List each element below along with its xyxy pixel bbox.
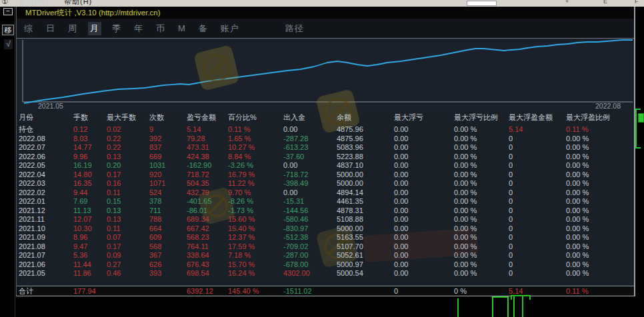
table-row-2022.02[interactable]: 2022.029.440.11524432.799.70 %0.004894.1…: [17, 188, 634, 198]
value-cell: 392: [149, 135, 187, 144]
menu-item-help[interactable]: 帮助(H): [64, 0, 92, 7]
value-cell: 16.79 %: [228, 170, 283, 180]
value-cell: 0: [509, 269, 566, 278]
left-toolbar: − 移 √: [0, 7, 15, 317]
month-cell: 合计: [17, 286, 73, 296]
value-cell: 0.22: [107, 143, 149, 153]
table-row-2022.04[interactable]: 2022.0414.800.17920718.7216.79 %-718.725…: [17, 170, 634, 180]
value-cell: 0.00 %: [566, 170, 634, 180]
tab-路径[interactable]: 路径: [283, 22, 306, 35]
value-cell: 764.11: [187, 242, 228, 252]
value-cell: 0.27: [107, 260, 149, 270]
value-cell: 5.36: [73, 251, 107, 260]
value-cell: 4875.96: [337, 135, 394, 144]
table-row-2021.12[interactable]: 2021.1211.130.13711-86.01-1.73 %-144.564…: [17, 206, 634, 216]
month-cell: 2021.08: [17, 242, 73, 252]
menu-item-window[interactable]: 窗口(W): [19, 0, 49, 7]
value-cell: 0.00 %: [454, 269, 509, 278]
table-row-2021.08[interactable]: 2021.089.470.17568764.1117.59 %-709.0251…: [17, 242, 634, 252]
tab-M[interactable]: M: [176, 23, 188, 34]
table-row-2021.05[interactable]: 2021.0511.860.46393698.5416.24 %4302.005…: [17, 269, 634, 278]
column-header: 最大手数: [107, 112, 149, 123]
value-cell: 0: [509, 233, 566, 242]
column-header: 出入金: [283, 112, 337, 123]
move-button[interactable]: 移: [2, 25, 14, 35]
value-cell: -718.72: [283, 170, 337, 180]
value-cell: -162.90: [187, 161, 228, 170]
value-cell: 0.13: [107, 215, 149, 224]
table-row-2022.01[interactable]: 2022.017.690.15378-401.65-8.26 %-15.3144…: [17, 197, 634, 206]
table-row-2022.07[interactable]: 2022.0714.770.22837473.3110.27 %-613.235…: [17, 143, 634, 153]
month-cell: 2021.09: [17, 233, 73, 242]
table-row-2021.07[interactable]: 2021.075.360.09367338.647.18 %-287.00505…: [17, 251, 634, 260]
table-row-2022.08[interactable]: 2022.088.030.2239279.281.65 %-287.284875…: [17, 135, 634, 144]
month-cell: 2022.06: [17, 153, 73, 162]
value-cell: 0.00 %: [566, 206, 634, 216]
check-button[interactable]: √: [4, 39, 13, 49]
value-cell: 1031: [149, 161, 187, 170]
tab-日[interactable]: 日: [44, 22, 57, 35]
month-cell: 2022.03: [17, 179, 73, 188]
month-cell: 2022.08: [17, 135, 73, 144]
value-cell: -830.97: [283, 224, 337, 234]
value-cell: 0.11 %: [566, 125, 634, 135]
column-header: 百分比%: [228, 112, 283, 123]
tab-周[interactable]: 周: [66, 22, 79, 35]
value-cell: 0.00 %: [566, 153, 634, 162]
value-cell: 0: [509, 188, 566, 198]
value-cell: 12.07: [73, 215, 107, 224]
value-cell: 0.13: [107, 153, 149, 162]
value-cell: 0.00 %: [454, 206, 509, 216]
table-row-2022.05[interactable]: 2022.0516.190.201031-162.90-3.26 %0.0048…: [17, 161, 634, 170]
value-cell: 0.09: [107, 251, 149, 260]
value-cell: 0: [509, 161, 566, 170]
value-cell: -398.49: [283, 179, 337, 188]
table-row-2022.03[interactable]: 2022.0316.350.161071504.3511.22 %-398.49…: [17, 179, 634, 188]
tab-币[interactable]: 币: [154, 22, 167, 35]
value-cell: 0: [509, 242, 566, 252]
value-cell: [149, 286, 187, 296]
value-cell: 0.00: [394, 188, 454, 198]
value-cell: 0.11 %: [228, 125, 283, 135]
tab-综[interactable]: 综: [22, 22, 35, 35]
table-row-2021.11[interactable]: 2021.1112.070.13788689.3415.60 %-580.465…: [17, 215, 634, 224]
value-cell: 177.94: [73, 286, 107, 296]
value-cell: 0.00: [394, 161, 454, 170]
value-cell: 504.35: [187, 179, 228, 188]
annotation-bracket-tick: [529, 295, 531, 300]
minimize-button[interactable]: −: [3, 8, 13, 15]
value-cell: 0: [509, 135, 566, 144]
table-row-2022.06[interactable]: 2022.069.960.13669424.388.84 %-37.605223…: [17, 153, 634, 162]
value-cell: 676.43: [187, 260, 228, 270]
value-cell: [337, 286, 394, 296]
menu-bar: ① 窗口(W) 帮助(H) + E F: [0, 0, 644, 7]
value-cell: 0.00: [394, 260, 454, 270]
value-cell: 4302.00: [283, 269, 337, 278]
value-cell: 0.00 %: [454, 242, 509, 252]
table-row-2021.10[interactable]: 2021.1010.300.11664667.4215.40 %-830.975…: [17, 224, 634, 234]
table-row-2021.06[interactable]: 2021.0611.440.27626676.4315.70 %-678.005…: [17, 260, 634, 270]
value-cell: 0.13: [107, 206, 149, 216]
tab-账户[interactable]: 账户: [219, 22, 241, 35]
tab-备[interactable]: 备: [197, 22, 210, 35]
column-header: 最大浮亏: [394, 112, 454, 123]
value-cell: 4461.35: [337, 197, 394, 206]
equity-chart[interactable]: 2021.05 2022.08: [17, 38, 634, 110]
value-cell: 5163.55: [337, 233, 394, 242]
value-cell: 0.11 %: [566, 286, 634, 296]
value-cell: 0.16: [107, 179, 149, 188]
value-cell: -86.01: [187, 206, 228, 216]
value-cell: -512.38: [283, 233, 337, 242]
table-row-2021.09[interactable]: 2021.098.960.07609568.2312.37 %-512.3851…: [17, 233, 634, 242]
table-row-持仓[interactable]: 持仓0.120.0295.140.11 %0.004875.960.000.00…: [17, 125, 634, 135]
value-cell: 16.35: [73, 179, 107, 188]
value-cell: 0.00 %: [454, 251, 509, 260]
value-cell: [107, 286, 149, 296]
tab-年[interactable]: 年: [132, 22, 145, 35]
tab-季[interactable]: 季: [110, 22, 123, 35]
column-header: 最大浮亏比例: [454, 112, 509, 123]
annotation-line: [513, 296, 515, 317]
value-cell: 9.96: [73, 153, 107, 162]
window-title-bar[interactable]: MTDriver统计 ,V3.10 (http://mtdriver.cn): [17, 7, 634, 19]
tab-月[interactable]: 月: [88, 22, 101, 35]
